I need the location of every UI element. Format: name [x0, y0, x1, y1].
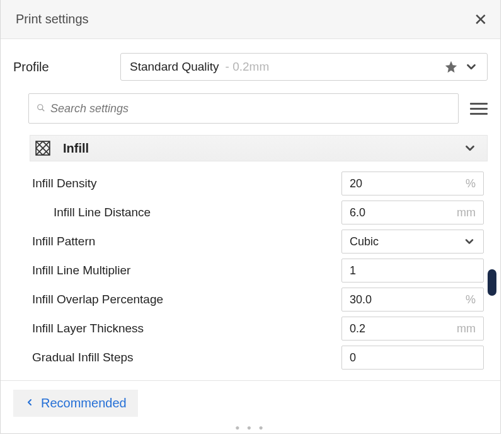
setting-row: Gradual Infill Steps0: [32, 343, 484, 372]
chevron-down-icon[interactable]: [464, 60, 478, 74]
setting-row: Infill Density20%: [32, 169, 484, 198]
setting-label: Infill Line Distance: [32, 206, 341, 219]
star-icon[interactable]: [444, 60, 458, 74]
setting-row: Infill PatternCubic: [32, 227, 484, 256]
setting-row: Infill Layer Thickness0.2mm: [32, 314, 484, 343]
setting-value: Cubic: [350, 235, 458, 248]
profile-row: Profile Standard Quality - 0.2mm: [13, 53, 488, 81]
print-settings-panel: Print settings ✕ Profile Standard Qualit…: [0, 0, 501, 434]
resize-handle[interactable]: ● ● ●: [1, 423, 500, 433]
setting-label: Infill Density: [32, 177, 341, 190]
setting-value: 0.2: [350, 322, 452, 335]
svg-point-0: [38, 104, 43, 109]
setting-input[interactable]: 20%: [341, 172, 484, 195]
setting-input[interactable]: 1: [341, 259, 484, 283]
recommended-label: Recommended: [41, 396, 127, 411]
setting-label: Infill Pattern: [32, 235, 341, 248]
setting-row: Infill Overlap Percentage30.0%: [32, 285, 484, 314]
setting-unit: %: [466, 177, 476, 190]
hamburger-icon[interactable]: [470, 103, 488, 115]
section-header-infill[interactable]: Infill: [30, 135, 488, 161]
setting-input[interactable]: 0: [341, 346, 484, 370]
setting-input[interactable]: 0.2mm: [341, 317, 484, 341]
setting-label: Infill Layer Thickness: [32, 322, 341, 335]
setting-row: Infill Line Distance6.0mm: [32, 198, 484, 227]
setting-input[interactable]: 30.0%: [341, 288, 484, 312]
panel-title: Print settings: [16, 12, 89, 26]
chevron-left-icon: [25, 396, 35, 411]
setting-unit: mm: [457, 322, 476, 335]
setting-value: 0: [350, 351, 476, 364]
settings-list: Infill Density20%Infill Line Distance6.0…: [32, 169, 484, 372]
search-row: [28, 93, 488, 124]
search-icon: [37, 103, 45, 114]
infill-icon: [34, 139, 52, 157]
svg-line-1: [42, 108, 45, 111]
profile-name: Standard Quality: [130, 60, 219, 74]
profile-label: Profile: [13, 60, 108, 74]
profile-detail: - 0.2mm: [226, 60, 270, 74]
setting-row: Infill Line Multiplier1: [32, 256, 484, 285]
profile-select[interactable]: Standard Quality - 0.2mm: [120, 53, 488, 81]
setting-value: 20: [350, 177, 461, 190]
setting-value: 6.0: [350, 206, 452, 219]
setting-input[interactable]: 6.0mm: [341, 201, 484, 224]
panel-body: Profile Standard Quality - 0.2mm: [1, 39, 500, 380]
setting-label: Infill Overlap Percentage: [32, 293, 341, 306]
setting-value: 30.0: [350, 293, 461, 306]
footer: Recommended: [1, 380, 500, 423]
setting-unit: %: [466, 293, 476, 306]
search-input[interactable]: [49, 102, 450, 116]
setting-value: 1: [350, 264, 476, 277]
chevron-down-icon[interactable]: [463, 141, 477, 155]
section-title: Infill: [63, 141, 89, 156]
scrollbar-thumb[interactable]: [488, 269, 496, 296]
setting-select[interactable]: Cubic: [341, 230, 484, 253]
setting-unit: mm: [457, 206, 476, 219]
setting-label: Gradual Infill Steps: [32, 351, 341, 364]
titlebar: Print settings ✕: [1, 0, 500, 39]
recommended-button[interactable]: Recommended: [13, 390, 138, 417]
search-box[interactable]: [28, 93, 459, 124]
setting-label: Infill Line Multiplier: [32, 264, 341, 277]
chevron-down-icon: [463, 235, 476, 248]
close-icon[interactable]: ✕: [474, 11, 488, 28]
